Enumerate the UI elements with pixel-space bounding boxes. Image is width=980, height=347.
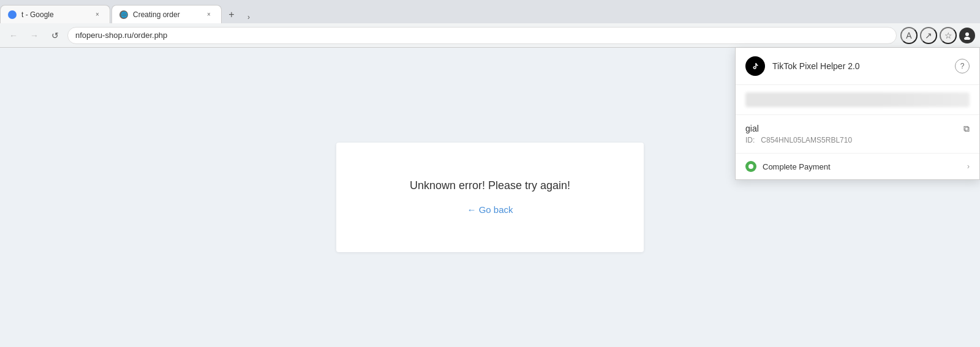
tab-creating-order-label: Creating order (133, 10, 180, 19)
popup-help-button[interactable]: ? (955, 59, 970, 73)
tab-google[interactable]: t - Google × (0, 5, 110, 23)
google-favicon (8, 10, 17, 19)
svg-point-0 (9, 12, 15, 18)
tab-google-label: t - Google (21, 10, 54, 19)
svg-point-3 (750, 61, 761, 72)
popup-header: TikTok Pixel Helper 2.0 ? (736, 48, 979, 85)
translate-button[interactable]: A (900, 27, 918, 44)
payment-status-dot (745, 161, 756, 172)
new-tab-button[interactable]: + (223, 6, 240, 23)
forward-button[interactable]: → (26, 27, 43, 44)
popup-item-name: gial (745, 124, 970, 133)
svg-point-1 (965, 32, 969, 36)
back-button[interactable]: ← (5, 27, 22, 44)
error-card: Unknown error! Please try again! ← Go ba… (336, 143, 644, 252)
go-back-link[interactable]: ← Go back (467, 204, 513, 215)
tab-bar: t - Google × 🌐 Creating order × + › (0, 0, 980, 23)
tiktok-logo (745, 56, 765, 76)
browser-window: t - Google × 🌐 Creating order × + › ← → … (0, 0, 980, 347)
popup-item-content: gial ID: C854HNL05LAMS5RBL710 (745, 124, 970, 144)
tiktok-pixel-popup: TikTok Pixel Helper 2.0 ? gial ID: C854H… (735, 48, 980, 180)
globe-favicon: 🌐 (119, 10, 128, 19)
payment-label: Complete Payment (763, 162, 961, 171)
popup-item-id: ID: C854HNL05LAMS5RBL710 (745, 136, 970, 144)
toolbar: ← → ↺ nfoperu-shop.ru/order.php A ↗ ☆ (0, 23, 980, 48)
popup-item-id-value: C854HNL05LAMS5RBL710 (761, 136, 852, 144)
profile-avatar[interactable] (959, 28, 975, 43)
address-bar[interactable]: nfoperu-shop.ru/order.php (67, 27, 897, 44)
address-text: nfoperu-shop.ru/order.php (75, 31, 167, 40)
popup-pixel-item: gial ID: C854HNL05LAMS5RBL710 ⧉ (736, 114, 979, 153)
payment-dot-inner (748, 164, 753, 169)
tab-google-close[interactable]: × (92, 10, 102, 20)
toolbar-right: A ↗ ☆ (900, 27, 975, 44)
svg-point-2 (964, 37, 970, 40)
payment-arrow: › (967, 162, 970, 171)
tab-creating-order[interactable]: 🌐 Creating order × (111, 5, 222, 23)
popup-blurred-content (745, 92, 970, 107)
reload-button[interactable]: ↺ (47, 27, 64, 44)
popup-payment-row[interactable]: Complete Payment › (736, 153, 979, 179)
popup-item-id-label: ID: (745, 136, 755, 144)
tab-creating-order-close[interactable]: × (204, 10, 214, 20)
popup-item-external-link[interactable]: ⧉ (963, 124, 970, 134)
popup-title: TikTok Pixel Helper 2.0 (772, 61, 948, 71)
bookmark-button[interactable]: ☆ (940, 27, 957, 44)
tab-chevron[interactable]: › (243, 11, 255, 23)
share-button[interactable]: ↗ (920, 27, 937, 44)
error-message: Unknown error! Please try again! (410, 179, 570, 192)
